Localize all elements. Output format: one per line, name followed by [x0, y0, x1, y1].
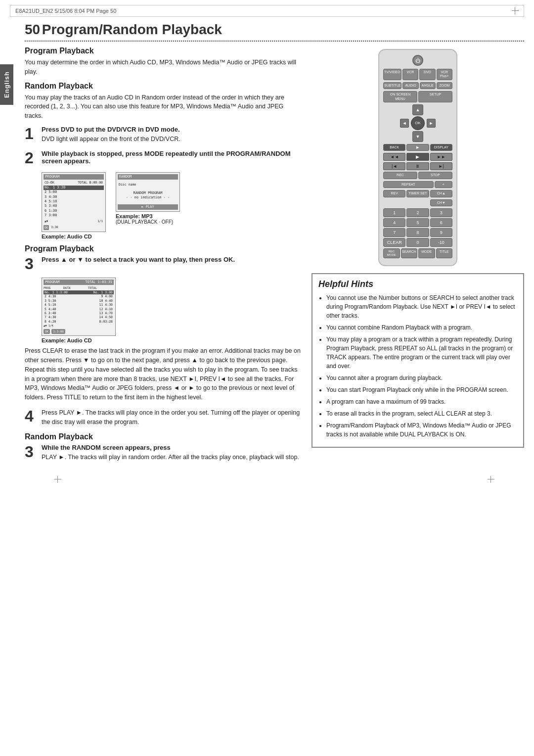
repeat-button[interactable]: REPEAT	[383, 181, 434, 188]
btn-7[interactable]: 7	[383, 228, 405, 237]
remote-row-ch: CH▼	[383, 199, 452, 206]
remote-row-repeat: REPEAT +	[383, 181, 452, 188]
btn-3[interactable]: 3	[430, 208, 452, 217]
display-button[interactable]: DISPLAY	[430, 144, 452, 151]
angle-button[interactable]: ANGLE	[420, 82, 436, 89]
example-audio-cd-label2: Example: Audio CD	[42, 337, 302, 343]
left-button[interactable]: ◄	[400, 119, 409, 128]
ch-up-button[interactable]: CH▲	[430, 190, 452, 197]
rev-button[interactable]: REV	[383, 190, 405, 197]
title-button[interactable]: TITLE	[436, 248, 453, 258]
step-4: 4 Press PLAY ►. The tracks will play onc…	[25, 408, 302, 427]
step-3-number: 3	[25, 256, 37, 272]
up-button[interactable]: ▲	[412, 104, 423, 115]
btn-1[interactable]: 1	[383, 208, 405, 217]
next-button[interactable]: ►|	[430, 162, 452, 170]
mode-button[interactable]: MODE	[418, 248, 435, 258]
prog-row-2: 2 5:00	[44, 190, 104, 194]
two-col-layout: Program Playback You may determine the o…	[25, 47, 524, 468]
step-2-content: While playback is stopped, press MODE re…	[42, 150, 302, 166]
hint-item-4: You cannot alter a program during playba…	[326, 374, 517, 382]
prev-button[interactable]: |◄	[383, 162, 405, 170]
step-4-content: Press PLAY ►. The tracks will play once …	[42, 408, 302, 427]
clear-button[interactable]: CLEAR	[383, 238, 405, 247]
step-3r-content: While the RANDOM screen appears, press P…	[42, 444, 302, 462]
random-playback-heading: Random Playback	[25, 82, 302, 91]
vcr-plus-button[interactable]: VCR Plus+	[437, 69, 452, 80]
btn-5[interactable]: 5	[406, 218, 429, 227]
zoom-button[interactable]: ZOOM	[437, 82, 452, 89]
step-4-body: Press PLAY ►. The tracks will play once …	[42, 408, 302, 427]
hints-list: You cannot use the Number buttons or SEA…	[318, 293, 517, 439]
data-row-3: 3 5:3010 4:40	[44, 299, 114, 303]
play-button[interactable]: ▶	[406, 153, 429, 161]
search-button[interactable]: SEARCH	[401, 248, 418, 258]
subtitle-button[interactable]: SUBTITLE	[383, 82, 401, 89]
english-tab: English	[0, 64, 13, 105]
remote-top-row: TV/VIDEO VCR DVD VCR Plus+	[383, 69, 452, 80]
random-screen-center: RANDOM PROGRAM- - no indication - -	[118, 191, 178, 200]
hint-item-2: You cannot combine Random Playback with …	[326, 323, 517, 332]
step-1: 1 Press DVD to put the DVD/VCR in DVD mo…	[25, 126, 302, 144]
header-crosshair-icon	[512, 7, 519, 14]
plus-button[interactable]: +	[435, 181, 453, 188]
random-playback-intro: You may play the tracks of an Audio CD i…	[25, 93, 302, 121]
remote-bottom-row: REC MODE SEARCH MODE TITLE	[383, 248, 452, 258]
random-screen: RANDOM Disc name RANDOM PROGRAM- - no in…	[116, 172, 180, 212]
power-button[interactable]: ⏻	[412, 55, 423, 66]
back-button[interactable]: BACK	[383, 144, 405, 151]
pause-button[interactable]: ⏸	[406, 162, 429, 170]
numpad: 1 2 3 4 5 6 7 8 9 CLEAR 0 -10	[383, 208, 452, 247]
btn-6[interactable]: 6	[430, 218, 452, 227]
rec-mode-button[interactable]: REC MODE	[383, 248, 400, 258]
setup-button[interactable]: SETUP	[418, 91, 452, 102]
step-3-content: Press ▲ or ▼ to select a track you want …	[42, 256, 302, 265]
ok-button[interactable]: OK	[411, 116, 425, 130]
transport-row-2: |◄ ⏸ ►|	[383, 162, 452, 170]
tv-video-button[interactable]: TV/VIDEO	[383, 69, 401, 80]
page-title-area: 50 Program/Random Playback	[25, 22, 524, 38]
btn-4[interactable]: 4	[383, 218, 405, 227]
on-screen-button[interactable]: ON SCREENMENU	[383, 91, 417, 102]
page-number: 50	[25, 22, 40, 37]
right-button[interactable]: ►	[427, 119, 436, 128]
step-3-title: Press ▲ or ▼ to select a track you want …	[42, 256, 302, 263]
data-row-1: No. 1 1:3:00No. 1 3:00	[44, 290, 114, 294]
dvd-button[interactable]: DVD	[419, 69, 435, 80]
play-display-btn[interactable]: ▶	[406, 144, 429, 151]
btn-8[interactable]: 8	[406, 228, 429, 237]
remote-row-3: ON SCREENMENU SETUP	[383, 91, 452, 102]
hint-item-6: A program can have a maximum of 99 track…	[326, 397, 517, 406]
audio-button[interactable]: AUDIO	[402, 82, 418, 89]
left-column: Program Playback You may determine the o…	[25, 47, 302, 468]
example-mp3-box: RANDOM Disc name RANDOM PROGRAM- - no in…	[116, 172, 180, 239]
bottom-right-crosshair-icon	[488, 476, 494, 483]
vcr-button[interactable]: VCR	[402, 69, 418, 80]
btn-minus10[interactable]: -10	[430, 238, 452, 247]
stop-button[interactable]: STOP	[418, 172, 452, 179]
ffw-button[interactable]: ►►	[430, 153, 452, 161]
example-mp3-label: Example: MP3	[116, 213, 153, 219]
random-playback-heading2: Random Playback	[25, 432, 302, 441]
data-row-6: 6 3:4013 4:70	[44, 311, 114, 315]
btn-2[interactable]: 2	[406, 208, 429, 217]
data-row-8: 8 4:20 8:03:28	[44, 320, 114, 324]
btn-9[interactable]: 9	[430, 228, 452, 237]
prog-row-1: No. 1 3:20	[44, 186, 104, 190]
ch-down-button[interactable]: CH▼	[430, 199, 452, 206]
step-3-body: Press CLEAR to erase the last track in t…	[25, 346, 302, 402]
down-button[interactable]: ▼	[412, 131, 423, 142]
right-column: ⏻ TV/VIDEO VCR DVD VCR Plus+ SUBTITLE AU…	[312, 47, 524, 468]
prog-large-titlebar: PROGRAMTOTAL 1:03:35	[44, 280, 114, 285]
prog-row-3: 3 4:30	[44, 195, 104, 199]
rec-button[interactable]: REC	[383, 172, 417, 179]
btn-0[interactable]: 0	[406, 238, 429, 247]
step3-example: PROGRAMTOTAL 1:03:35 PROGDATATOTAL No. 1…	[42, 278, 302, 343]
rew-button[interactable]: ◄◄	[383, 153, 405, 161]
step-3-program: 3 Press ▲ or ▼ to select a track you wan…	[25, 256, 302, 272]
hint-item-3: You may play a program or a track within…	[326, 335, 517, 371]
step-2-title: While playback is stopped, press MODE re…	[42, 150, 302, 165]
timer-set-button[interactable]: TIMER SET	[406, 190, 429, 197]
step-3r-body: PLAY ►. The tracks will play in random o…	[42, 453, 302, 462]
program-playback-heading2: Program Playback	[25, 244, 302, 253]
